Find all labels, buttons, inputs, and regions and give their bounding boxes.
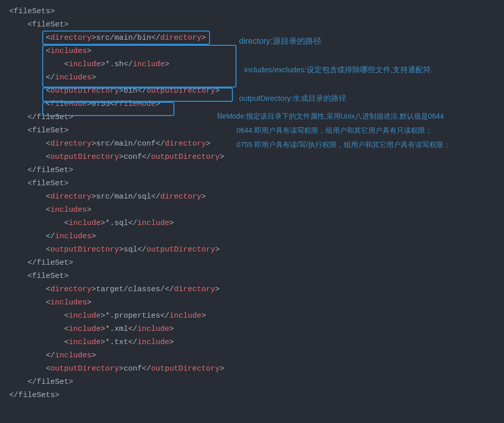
xml-line: <includes> bbox=[9, 206, 92, 214]
xml-line: <include>*.txt</include> bbox=[9, 338, 174, 347]
xml-line: </fileSet> bbox=[9, 378, 73, 386]
xml-line: </fileSets> bbox=[9, 391, 60, 400]
highlight-box-directory bbox=[42, 31, 210, 45]
annotation-outputdirectory: outputDirectory:生成目录的路径 bbox=[239, 92, 346, 105]
xml-line: <include>*.sql</include> bbox=[9, 219, 174, 228]
xml-line: <directory>src/main/conf</directory> bbox=[9, 139, 211, 148]
xml-line: <fileSet> bbox=[9, 20, 69, 29]
xml-line: </fileSet> bbox=[9, 166, 73, 175]
annotation-includes: includes/excludes:设定包含或排除哪些文件,支持通配符. bbox=[244, 63, 433, 76]
xml-line: <fileSet> bbox=[9, 126, 69, 135]
xml-line: </includes> bbox=[9, 232, 96, 241]
annotation-filemode-2: 0644 即用户具有读写权限，组用户和其它用户具有只读权限； bbox=[236, 124, 432, 137]
xml-line: </fileSet> bbox=[9, 259, 73, 267]
xml-line: </includes> bbox=[9, 351, 96, 360]
annotation-directory: directory:源目录的路径 bbox=[239, 35, 321, 48]
xml-line: <outputDirectory>conf</outputDirectory> bbox=[9, 364, 224, 373]
xml-line: <outputDirectory>conf</outputDirectory> bbox=[9, 153, 224, 161]
xml-line: <fileSet> bbox=[9, 272, 69, 280]
xml-line: <fileSets> bbox=[9, 7, 55, 16]
xml-line: <directory>target/classes/</directory> bbox=[9, 285, 220, 294]
xml-line: <fileSet> bbox=[9, 179, 69, 188]
annotation-filemode-1: fileMode:指定该目录下的文件属性,采用Unix八进制描述法.默认值是06… bbox=[217, 109, 444, 123]
xml-line: <include>*.properties</include> bbox=[9, 312, 206, 320]
highlight-box-outputdirectory bbox=[42, 88, 233, 102]
xml-line: <outputDirectory>sql</outputDirectory> bbox=[9, 245, 220, 254]
highlight-box-filemode bbox=[42, 102, 174, 116]
xml-line: <includes> bbox=[9, 298, 92, 307]
xml-line: <include>*.xml</include> bbox=[9, 325, 174, 333]
highlight-box-includes bbox=[42, 45, 236, 88]
xml-line: <directory>src/main/sql</directory> bbox=[9, 192, 206, 201]
annotation-filemode-3: 0755 即用户具有读/写/执行权限，组用户和其它用户具有读写权限； bbox=[236, 138, 451, 151]
